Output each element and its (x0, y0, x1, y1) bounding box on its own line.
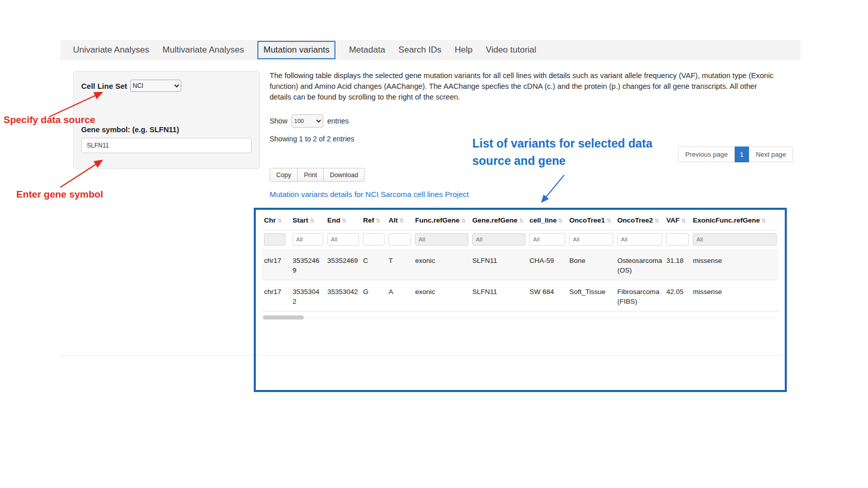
copy-button[interactable]: Copy (270, 168, 298, 182)
tab-mutation-variants[interactable]: Mutation variants (257, 41, 335, 59)
table-cell: 35352469 (325, 249, 361, 280)
table-cell: Soft_Tissue (567, 280, 615, 311)
previous-page-button[interactable]: Previous page (678, 147, 735, 162)
annotation-enter-gene-symbol: Enter gene symbol (16, 189, 103, 200)
cell-line-set-select[interactable]: NCI (130, 80, 181, 92)
table-cell: T (387, 249, 413, 280)
show-entries-control: Show 100 entries (270, 114, 349, 128)
filter-func-refgene[interactable] (415, 233, 468, 246)
table-cell: SLFN11 (470, 280, 527, 311)
column-header-chr[interactable]: Chr⇅ (262, 210, 291, 230)
column-header-oncotree1[interactable]: OncoTree1⇅ (567, 210, 615, 230)
variants-table-container: Chr⇅ Start⇅ End⇅ Ref⇅ Alt⇅ Func.refGene⇅… (256, 210, 785, 390)
column-header-ref[interactable]: Ref⇅ (361, 210, 387, 230)
download-button[interactable]: Download (323, 168, 365, 182)
table-header-row: Chr⇅ Start⇅ End⇅ Ref⇅ Alt⇅ Func.refGene⇅… (262, 210, 779, 230)
column-label: OncoTree1 (569, 216, 605, 224)
filter-chr[interactable] (264, 233, 285, 246)
sidebar-panel: Cell Line Set NCI Gene symbol: (e.g. SLF… (73, 71, 260, 169)
sort-icon[interactable]: ⇅ (342, 217, 347, 224)
table-cell: chr17 (262, 249, 291, 280)
column-header-start[interactable]: Start⇅ (291, 210, 325, 230)
filter-end[interactable] (327, 233, 359, 246)
entries-count-select[interactable]: 100 (292, 114, 323, 128)
sort-icon[interactable]: ⇅ (761, 217, 766, 224)
scrollbar-thumb[interactable] (263, 315, 304, 320)
column-header-oncotree2[interactable]: OncoTree2⇅ (615, 210, 664, 230)
filter-gene-refgene[interactable] (472, 233, 525, 246)
table-title: Mutation variants details for NCI Sarcom… (270, 190, 469, 199)
table-cell: missense (691, 280, 779, 311)
table-cell: G (361, 280, 387, 311)
table-cell: exonic (413, 280, 470, 311)
table-cell: 42.05 (664, 280, 691, 311)
column-label: Gene.refGene (472, 216, 518, 224)
print-button[interactable]: Print (297, 168, 324, 182)
showing-entries-status: Showing 1 to 2 of 2 entries (270, 135, 354, 143)
table-cell: 31.18 (664, 249, 691, 280)
sort-icon[interactable]: ⇅ (655, 217, 659, 224)
table-cell: CHA-59 (527, 249, 567, 280)
arrow-list-of-variants (542, 175, 564, 202)
variants-table: Chr⇅ Start⇅ End⇅ Ref⇅ Alt⇅ Func.refGene⇅… (262, 210, 779, 311)
gene-symbol-label: Gene symbol: (e.g. SLFN11) (81, 126, 252, 134)
filter-exonicfunc-refgene[interactable] (693, 233, 777, 246)
table-cell: SLFN11 (470, 249, 527, 280)
tab-video-tutorial[interactable]: Video tutorial (486, 41, 536, 59)
table-cell: SW 684 (527, 280, 567, 311)
column-label: Start (293, 216, 308, 224)
tab-metadata[interactable]: Metadata (349, 41, 385, 59)
table-cell: Fibrosarcoma (FIBS) (615, 280, 664, 311)
table-row[interactable]: chr17 35353042 35353042 G A exonic SLFN1… (262, 280, 779, 311)
horizontal-scrollbar[interactable] (262, 314, 779, 321)
column-label: OncoTree2 (617, 216, 653, 224)
table-cell: exonic (413, 249, 470, 280)
sort-icon[interactable]: ⇅ (681, 217, 686, 224)
table-cell: A (387, 280, 413, 311)
sort-icon[interactable]: ⇅ (607, 217, 611, 224)
sort-icon[interactable]: ⇅ (399, 217, 404, 224)
table-cell: Bone (567, 249, 615, 280)
column-label: Chr (264, 216, 276, 224)
filter-vaf[interactable] (666, 233, 689, 246)
filter-start[interactable] (293, 233, 323, 246)
column-header-gene-refgene[interactable]: Gene.refGene⇅ (470, 210, 527, 230)
table-cell: C (361, 249, 387, 280)
column-label: Ref (363, 216, 374, 224)
table-cell: 35353042 (325, 280, 361, 311)
table-description: The following table displays the selecte… (270, 70, 778, 103)
sort-icon[interactable]: ⇅ (558, 217, 563, 224)
filter-cell-line[interactable] (529, 233, 565, 246)
sort-icon[interactable]: ⇅ (277, 217, 282, 224)
table-cell: 35353042 (291, 280, 325, 311)
column-header-cell-line[interactable]: cell_line⇅ (527, 210, 567, 230)
top-navbar: Univariate Analyses Multivariate Analyse… (60, 40, 801, 60)
annotation-specify-data-source: Specify data source (4, 114, 95, 126)
filter-ref[interactable] (363, 233, 384, 246)
pagination: Previous page 1 Next page (678, 147, 793, 162)
table-row[interactable]: chr17 35352469 35352469 C T exonic SLFN1… (262, 249, 779, 280)
page: Univariate Analyses Multivariate Analyse… (0, 0, 868, 488)
column-label: ExonicFunc.refGene (693, 216, 760, 224)
column-header-exonicfunc-refgene[interactable]: ExonicFunc.refGene⇅ (691, 210, 779, 230)
gene-symbol-input[interactable] (81, 138, 252, 153)
column-header-vaf[interactable]: VAF⇅ (664, 210, 691, 230)
sort-icon[interactable]: ⇅ (519, 217, 524, 224)
current-page-button[interactable]: 1 (735, 147, 749, 162)
annotation-list-of-variants: List of variants for selected data sourc… (472, 135, 677, 169)
sort-icon[interactable]: ⇅ (310, 217, 315, 224)
column-header-end[interactable]: End⇅ (325, 210, 361, 230)
sort-icon[interactable]: ⇅ (461, 217, 466, 224)
sort-icon[interactable]: ⇅ (376, 217, 380, 224)
next-page-button[interactable]: Next page (749, 147, 793, 162)
tab-help[interactable]: Help (454, 41, 472, 59)
filter-oncotree1[interactable] (569, 233, 613, 246)
column-header-alt[interactable]: Alt⇅ (387, 210, 413, 230)
tab-search-ids[interactable]: Search IDs (398, 41, 441, 59)
tab-multivariate-analyses[interactable]: Multivariate Analyses (162, 41, 244, 59)
filter-oncotree2[interactable] (617, 233, 662, 246)
column-header-func-refgene[interactable]: Func.refGene⇅ (413, 210, 470, 230)
tab-univariate-analyses[interactable]: Univariate Analyses (73, 41, 149, 59)
filter-alt[interactable] (389, 233, 411, 246)
section-divider (60, 355, 786, 356)
